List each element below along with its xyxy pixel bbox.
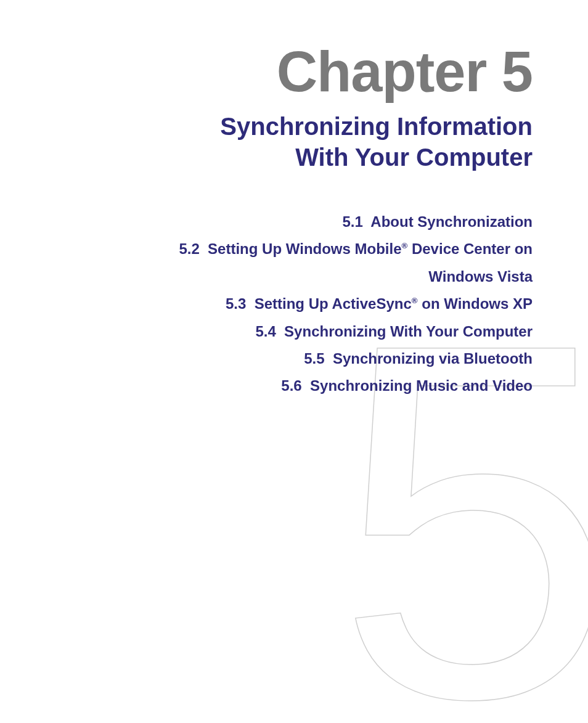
- toc-num: 5.1: [343, 213, 363, 230]
- toc-num: 5.2: [179, 240, 199, 257]
- toc-num: 5.3: [226, 295, 246, 312]
- toc-title-post: Device Center on: [407, 240, 533, 257]
- toc-title-line2: Windows Vista: [428, 268, 533, 285]
- subtitle-line-2: With Your Computer: [295, 144, 533, 171]
- toc-item-5-5[interactable]: 5.5 Synchronizing via Bluetooth: [55, 345, 533, 372]
- toc-title-pre: Setting Up ActiveSync: [255, 295, 412, 312]
- registered-mark: ®: [402, 241, 408, 250]
- toc-num: 5.5: [304, 350, 324, 367]
- toc-title: Synchronizing Music and Video: [310, 377, 533, 394]
- chapter-heading: Chapter 5: [55, 43, 533, 100]
- registered-mark: ®: [412, 296, 418, 305]
- page-content: Chapter 5 Synchronizing Information With…: [0, 0, 588, 400]
- toc-item-5-3[interactable]: 5.3 Setting Up ActiveSync® on Windows XP: [55, 290, 533, 317]
- toc-title: About Synchronization: [370, 213, 533, 230]
- toc-title: Synchronizing via Bluetooth: [333, 350, 533, 367]
- toc-num: 5.6: [281, 377, 301, 394]
- toc-title: Synchronizing With Your Computer: [284, 323, 533, 340]
- toc-title-post: on Windows XP: [418, 295, 533, 312]
- chapter-subtitle: Synchronizing Information With Your Comp…: [55, 111, 533, 173]
- toc-item-5-4[interactable]: 5.4 Synchronizing With Your Computer: [55, 318, 533, 345]
- subtitle-line-1: Synchronizing Information: [220, 113, 533, 140]
- toc-item-5-2[interactable]: 5.2 Setting Up Windows Mobile® Device Ce…: [55, 235, 533, 290]
- table-of-contents: 5.1 About Synchronization 5.2 Setting Up…: [55, 208, 533, 400]
- toc-title-pre: Setting Up Windows Mobile: [208, 240, 401, 257]
- toc-item-5-6[interactable]: 5.6 Synchronizing Music and Video: [55, 372, 533, 399]
- toc-num: 5.4: [255, 323, 276, 340]
- toc-item-5-1[interactable]: 5.1 About Synchronization: [55, 208, 533, 235]
